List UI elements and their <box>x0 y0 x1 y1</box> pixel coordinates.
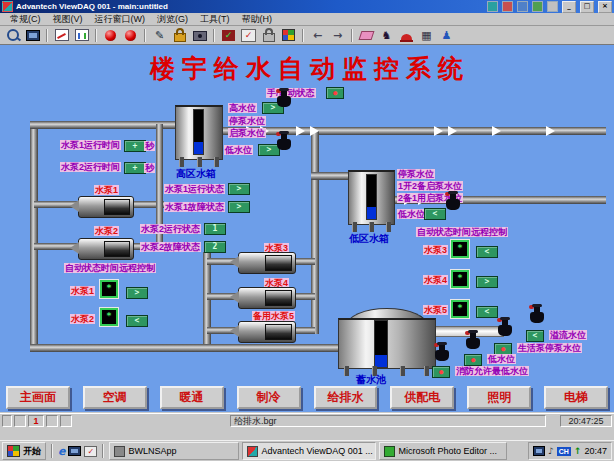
menu-general[interactable]: 常规(C) <box>6 13 45 26</box>
status-spacer <box>72 414 228 428</box>
pump1-fault-status-label: 水泵1故障状态 <box>164 202 225 212</box>
trend-chart-icon[interactable] <box>52 28 71 43</box>
pump2-runtime-led: + <box>124 162 146 174</box>
flow-arrow-icon <box>492 126 501 136</box>
minimize-button[interactable]: _ <box>562 1 576 13</box>
forward-icon[interactable]: → <box>328 28 347 43</box>
pump1-control-button[interactable]: * <box>100 280 118 298</box>
restore-button[interactable]: □ <box>580 1 594 13</box>
alarm-icon[interactable] <box>101 28 120 43</box>
task-icon <box>247 446 258 457</box>
pump5-remote-led: < <box>476 306 498 318</box>
pump5-control-button[interactable]: * <box>451 300 469 318</box>
lt-low-level-label: 低水位 <box>397 209 426 219</box>
desktop-quicklaunch-icon[interactable] <box>68 446 81 456</box>
nav-hvac[interactable]: 暖通 <box>160 386 224 409</box>
display-tray-icon[interactable] <box>533 446 545 456</box>
tank-leg <box>179 157 184 167</box>
nav-main-screen[interactable]: 主画面 <box>6 386 70 409</box>
confirm-green-icon[interactable]: ✓ <box>219 28 238 43</box>
back-icon[interactable]: ← <box>308 28 327 43</box>
taskbar: 开始 e ✓ BWLNSApp Advantech ViewDAQ 001 ..… <box>0 440 614 461</box>
snapshot-icon[interactable] <box>190 28 209 43</box>
titlebar-icon[interactable] <box>502 1 513 12</box>
menu-bar: 常规(C) 视图(V) 运行窗口(W) 浏览(G) 工具(T) 帮助(H) <box>0 13 614 26</box>
eraser-icon[interactable] <box>357 28 376 43</box>
upload-tray-icon[interactable]: ↑ <box>574 446 582 457</box>
task-label: Advantech ViewDAQ 001 ... <box>261 446 372 456</box>
pump2-control-button[interactable]: * <box>100 308 118 326</box>
valve-icon[interactable] <box>277 96 291 107</box>
windows-layout-icon[interactable] <box>279 28 298 43</box>
recorder-icon[interactable]: ▦ <box>417 28 436 43</box>
menu-view[interactable]: 视图(V) <box>49 13 87 26</box>
tank-leg <box>386 222 391 232</box>
hard-hat-icon[interactable] <box>397 28 416 43</box>
security-lock-icon[interactable] <box>259 28 278 43</box>
app-icon <box>2 1 13 12</box>
nav-power-supply[interactable]: 供配电 <box>390 386 454 409</box>
pump-motor <box>104 199 130 215</box>
channels-quicklaunch-icon[interactable]: ✓ <box>84 446 97 457</box>
valve-cap <box>445 192 450 196</box>
lock-icon[interactable] <box>170 28 189 43</box>
nav-refrigeration[interactable]: 制冷 <box>237 386 301 409</box>
pen-icon[interactable]: ✎ <box>150 28 169 43</box>
zoom-icon[interactable] <box>3 28 22 43</box>
valve-icon[interactable] <box>446 199 460 210</box>
alarm-ack-icon[interactable] <box>121 28 140 43</box>
panel-icon[interactable] <box>23 28 42 43</box>
flow-arrow-icon <box>434 126 443 136</box>
valve-cap <box>529 305 534 309</box>
nav-lighting[interactable]: 照明 <box>467 386 531 409</box>
close-button[interactable]: × <box>598 1 612 13</box>
menu-run-window[interactable]: 运行窗口(W) <box>91 13 150 26</box>
menu-help[interactable]: 帮助(H) <box>238 13 277 26</box>
valve-icon[interactable] <box>277 139 291 150</box>
titlebar-icon[interactable] <box>487 1 498 12</box>
pump3-control-button[interactable]: * <box>451 240 469 258</box>
tank-leg <box>214 157 219 167</box>
task-viewdaq[interactable]: Advantech ViewDAQ 001 ... <box>242 442 376 460</box>
valve-icon[interactable] <box>498 325 512 336</box>
valve-icon[interactable] <box>466 338 480 349</box>
nav-elevator[interactable]: 电梯 <box>544 386 608 409</box>
pump2-run-led: 1 <box>204 223 226 235</box>
menu-tools[interactable]: 工具(T) <box>196 13 234 26</box>
titlebar-icon[interactable] <box>517 1 528 12</box>
pump1-run-led: > <box>228 183 250 195</box>
reservoir-name: 蓄水池 <box>356 374 386 385</box>
titlebar-icon[interactable] <box>547 1 558 12</box>
language-indicator[interactable]: CH <box>557 447 571 456</box>
reservoir-low-level-label: 低水位 <box>487 354 516 364</box>
confirm-red-icon[interactable]: ✓ <box>239 28 258 43</box>
task-bwlnsapp[interactable]: BWLNSApp <box>109 442 239 460</box>
task-label: BWLNSApp <box>128 446 176 456</box>
pump3 <box>238 252 296 274</box>
watchdog-icon[interactable]: ♞ <box>377 28 396 43</box>
report-chart-icon[interactable] <box>72 28 91 43</box>
runtime-unit: 秒 <box>144 163 155 173</box>
task-photo-editor[interactable]: Microsoft Photo Editor ... <box>379 442 507 460</box>
volume-tray-icon[interactable]: ♪ <box>548 446 554 457</box>
menu-browse[interactable]: 浏览(G) <box>153 13 192 26</box>
operator-icon[interactable]: ♟ <box>437 28 456 43</box>
ie-quicklaunch-icon[interactable]: e <box>58 446 65 457</box>
level-fill <box>194 142 203 154</box>
ht-start-level-label: 启泵水位 <box>228 128 266 138</box>
nav-water-supply[interactable]: 给排水 <box>314 386 378 409</box>
titlebar-icon[interactable] <box>532 1 543 12</box>
status-bar: 1 给排水.bgr 20:47:25 <box>0 413 614 428</box>
pump-motor <box>265 324 292 340</box>
nav-air-conditioning[interactable]: 空调 <box>83 386 147 409</box>
high-tank-name: 高区水箱 <box>176 168 216 179</box>
start-button[interactable]: 开始 <box>2 442 46 460</box>
valve-icon[interactable] <box>435 350 449 361</box>
pump2-label: 水泵2 <box>94 226 119 236</box>
flow-arrow-icon <box>546 126 555 136</box>
pump5 <box>238 321 296 343</box>
valve-icon[interactable] <box>530 312 544 323</box>
pump4-control-button[interactable]: * <box>451 270 469 288</box>
valve-cap <box>276 132 281 136</box>
current-screen-file: 给排水.bgr <box>230 415 546 427</box>
